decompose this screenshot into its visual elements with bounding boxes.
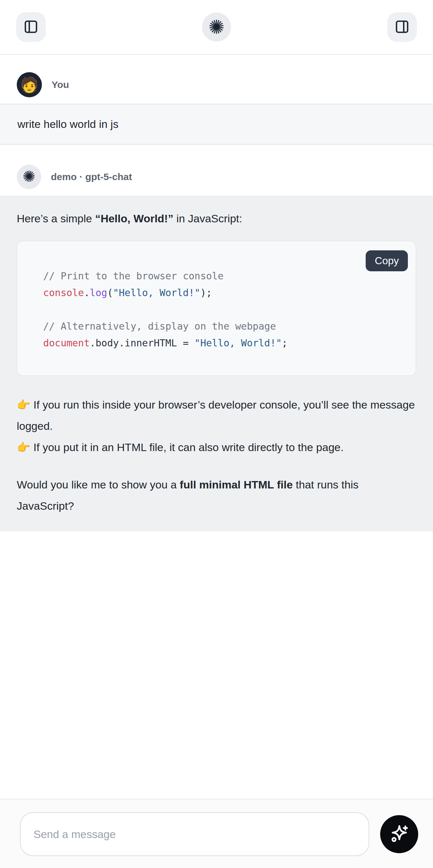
assistant-closing-text: Would you like me to show you a full min… bbox=[17, 474, 416, 517]
code-content: // Print to the browser console console.… bbox=[43, 268, 403, 351]
send-button[interactable] bbox=[380, 815, 418, 853]
app-logo-button[interactable] bbox=[202, 12, 231, 41]
assistant-avatar bbox=[17, 165, 41, 189]
chat-app: 🧑 You write hello world in js bbox=[0, 0, 433, 868]
assistant-message-header: demo · gpt-5-chat bbox=[0, 145, 433, 195]
user-message-body: write hello world in js bbox=[0, 104, 433, 145]
user-message-header: 🧑 You bbox=[0, 55, 433, 104]
assistant-message: demo · gpt-5-chat Here’s a simple “Hello… bbox=[0, 145, 433, 531]
message-input[interactable] bbox=[20, 812, 369, 856]
person-emoji: 🧑 bbox=[20, 77, 38, 92]
chat-thread: 🧑 You write hello world in js bbox=[0, 55, 433, 531]
panel-right-icon bbox=[395, 19, 409, 35]
sidebar-toggle-button[interactable] bbox=[16, 12, 46, 42]
bullet-line: 👉 If you put it in an HTML file, it can … bbox=[17, 437, 416, 458]
assistant-bullet-paragraph: 👉 If you run this inside your browser’s … bbox=[17, 394, 416, 458]
panel-toggle-button[interactable] bbox=[387, 12, 417, 42]
user-author-label: You bbox=[52, 79, 69, 90]
sparkle-icon bbox=[389, 824, 409, 845]
empty-thread-space bbox=[0, 531, 433, 799]
user-avatar: 🧑 bbox=[17, 72, 42, 97]
top-bar bbox=[0, 0, 433, 55]
copy-button[interactable]: Copy bbox=[366, 250, 408, 271]
bullet-line: 👉 If you run this inside your browser’s … bbox=[17, 394, 416, 437]
composer bbox=[0, 799, 433, 868]
code-block: Copy // Print to the browser console con… bbox=[17, 241, 416, 376]
user-message-text: write hello world in js bbox=[18, 118, 415, 130]
starburst-icon bbox=[209, 19, 224, 36]
starburst-icon bbox=[23, 170, 35, 184]
assistant-author-label: demo · gpt-5-chat bbox=[51, 172, 132, 182]
assistant-message-body: Here’s a simple “Hello, World!” in JavaS… bbox=[0, 195, 433, 531]
assistant-intro-text: Here’s a simple “Hello, World!” in JavaS… bbox=[17, 211, 416, 226]
user-message: 🧑 You write hello world in js bbox=[0, 55, 433, 145]
panel-left-icon bbox=[24, 19, 38, 35]
